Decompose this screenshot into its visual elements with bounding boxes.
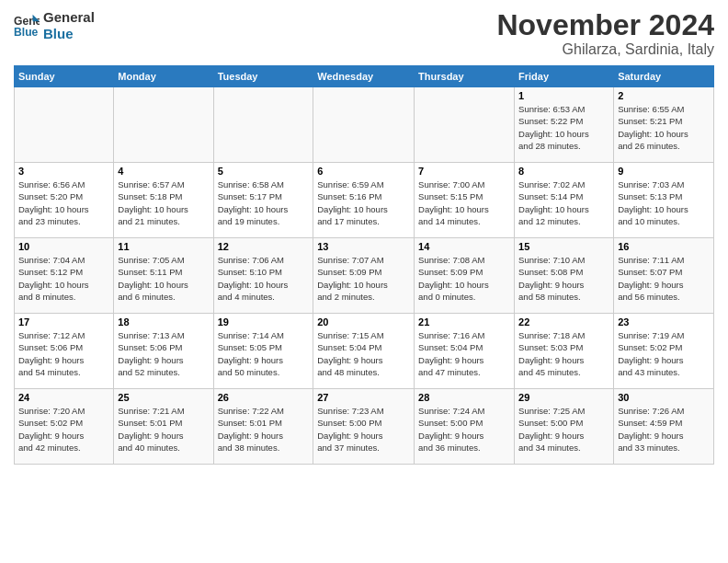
cell-r1-c1: 4Sunrise: 6:57 AM Sunset: 5:18 PM Daylig… — [114, 163, 213, 238]
day-number: 14 — [418, 241, 510, 252]
day-info: Sunrise: 6:53 AM Sunset: 5:22 PM Dayligh… — [518, 103, 609, 152]
day-number: 4 — [118, 166, 209, 177]
day-number: 15 — [518, 241, 609, 252]
location: Ghilarza, Sardinia, Italy — [496, 41, 714, 58]
day-info: Sunrise: 7:21 AM Sunset: 5:01 PM Dayligh… — [118, 405, 209, 454]
cell-r3-c4: 21Sunrise: 7:16 AM Sunset: 5:04 PM Dayli… — [415, 314, 515, 389]
day-number: 13 — [317, 241, 410, 252]
day-info: Sunrise: 6:59 AM Sunset: 5:16 PM Dayligh… — [317, 178, 410, 227]
day-number: 18 — [118, 316, 209, 327]
day-number: 2 — [618, 90, 710, 101]
cell-r3-c2: 19Sunrise: 7:14 AM Sunset: 5:05 PM Dayli… — [213, 314, 313, 389]
day-info: Sunrise: 7:25 AM Sunset: 5:00 PM Dayligh… — [518, 405, 609, 454]
day-info: Sunrise: 7:11 AM Sunset: 5:07 PM Dayligh… — [618, 254, 710, 303]
day-info: Sunrise: 7:07 AM Sunset: 5:09 PM Dayligh… — [317, 254, 410, 303]
calendar-row-1: 3Sunrise: 6:56 AM Sunset: 5:20 PM Daylig… — [15, 163, 714, 238]
cell-r0-c2 — [213, 87, 313, 163]
day-info: Sunrise: 7:05 AM Sunset: 5:11 PM Dayligh… — [118, 254, 209, 303]
cell-r1-c5: 8Sunrise: 7:02 AM Sunset: 5:14 PM Daylig… — [515, 163, 614, 238]
cell-r0-c3 — [313, 87, 415, 163]
cell-r0-c1 — [114, 87, 213, 163]
cell-r4-c1: 25Sunrise: 7:21 AM Sunset: 5:01 PM Dayli… — [114, 389, 213, 465]
cell-r4-c5: 29Sunrise: 7:25 AM Sunset: 5:00 PM Dayli… — [515, 389, 614, 465]
cell-r2-c6: 16Sunrise: 7:11 AM Sunset: 5:07 PM Dayli… — [614, 238, 714, 314]
page: General Blue General Blue November 2024 … — [0, 0, 728, 563]
calendar-row-4: 24Sunrise: 7:20 AM Sunset: 5:02 PM Dayli… — [15, 389, 714, 465]
cell-r2-c4: 14Sunrise: 7:08 AM Sunset: 5:09 PM Dayli… — [415, 238, 515, 314]
day-info: Sunrise: 7:10 AM Sunset: 5:08 PM Dayligh… — [518, 254, 609, 303]
cell-r3-c5: 22Sunrise: 7:18 AM Sunset: 5:03 PM Dayli… — [515, 314, 614, 389]
day-number: 28 — [418, 392, 510, 403]
cell-r1-c6: 9Sunrise: 7:03 AM Sunset: 5:13 PM Daylig… — [614, 163, 714, 238]
month-title: November 2024 — [496, 9, 714, 41]
day-info: Sunrise: 6:57 AM Sunset: 5:18 PM Dayligh… — [118, 178, 209, 227]
cell-r4-c0: 24Sunrise: 7:20 AM Sunset: 5:02 PM Dayli… — [15, 389, 114, 465]
cell-r1-c0: 3Sunrise: 6:56 AM Sunset: 5:20 PM Daylig… — [15, 163, 114, 238]
day-number: 11 — [118, 241, 209, 252]
cell-r4-c4: 28Sunrise: 7:24 AM Sunset: 5:00 PM Dayli… — [415, 389, 515, 465]
cell-r3-c3: 20Sunrise: 7:15 AM Sunset: 5:04 PM Dayli… — [313, 314, 415, 389]
cell-r2-c3: 13Sunrise: 7:07 AM Sunset: 5:09 PM Dayli… — [313, 238, 415, 314]
day-number: 17 — [18, 316, 109, 327]
col-tuesday: Tuesday — [213, 66, 313, 87]
col-thursday: Thursday — [415, 66, 515, 87]
cell-r1-c4: 7Sunrise: 7:00 AM Sunset: 5:15 PM Daylig… — [415, 163, 515, 238]
day-number: 19 — [218, 316, 310, 327]
day-info: Sunrise: 7:22 AM Sunset: 5:01 PM Dayligh… — [218, 405, 310, 454]
cell-r2-c2: 12Sunrise: 7:06 AM Sunset: 5:10 PM Dayli… — [213, 238, 313, 314]
cell-r0-c0 — [15, 87, 114, 163]
col-sunday: Sunday — [15, 66, 114, 87]
calendar-row-3: 17Sunrise: 7:12 AM Sunset: 5:06 PM Dayli… — [15, 314, 714, 389]
calendar-row-2: 10Sunrise: 7:04 AM Sunset: 5:12 PM Dayli… — [15, 238, 714, 314]
day-info: Sunrise: 7:02 AM Sunset: 5:14 PM Dayligh… — [518, 178, 609, 227]
day-number: 10 — [18, 241, 109, 252]
day-info: Sunrise: 6:56 AM Sunset: 5:20 PM Dayligh… — [18, 178, 109, 227]
svg-text:Blue: Blue — [14, 26, 39, 39]
day-number: 23 — [618, 316, 710, 327]
day-info: Sunrise: 7:03 AM Sunset: 5:13 PM Dayligh… — [618, 178, 710, 227]
day-number: 20 — [317, 316, 410, 327]
calendar-row-0: 1Sunrise: 6:53 AM Sunset: 5:22 PM Daylig… — [15, 87, 714, 163]
calendar-body: 1Sunrise: 6:53 AM Sunset: 5:22 PM Daylig… — [15, 87, 714, 465]
day-number: 21 — [418, 316, 510, 327]
day-info: Sunrise: 7:19 AM Sunset: 5:02 PM Dayligh… — [618, 329, 710, 378]
logo: General Blue General Blue — [14, 9, 95, 42]
col-monday: Monday — [114, 66, 213, 87]
col-wednesday: Wednesday — [313, 66, 415, 87]
cell-r0-c4 — [415, 87, 515, 163]
day-info: Sunrise: 7:12 AM Sunset: 5:06 PM Dayligh… — [18, 329, 109, 378]
cell-r2-c0: 10Sunrise: 7:04 AM Sunset: 5:12 PM Dayli… — [15, 238, 114, 314]
cell-r2-c1: 11Sunrise: 7:05 AM Sunset: 5:11 PM Dayli… — [114, 238, 213, 314]
day-number: 8 — [518, 166, 609, 177]
cell-r3-c0: 17Sunrise: 7:12 AM Sunset: 5:06 PM Dayli… — [15, 314, 114, 389]
day-info: Sunrise: 7:23 AM Sunset: 5:00 PM Dayligh… — [317, 405, 410, 454]
header-row: Sunday Monday Tuesday Wednesday Thursday… — [15, 66, 714, 87]
day-info: Sunrise: 7:20 AM Sunset: 5:02 PM Dayligh… — [18, 405, 109, 454]
day-number: 16 — [618, 241, 710, 252]
cell-r3-c6: 23Sunrise: 7:19 AM Sunset: 5:02 PM Dayli… — [614, 314, 714, 389]
day-info: Sunrise: 6:58 AM Sunset: 5:17 PM Dayligh… — [218, 178, 310, 227]
logo-icon: General Blue — [14, 13, 40, 39]
calendar-table: Sunday Monday Tuesday Wednesday Thursday… — [14, 65, 714, 465]
day-number: 30 — [618, 392, 710, 403]
day-number: 9 — [618, 166, 710, 177]
day-info: Sunrise: 7:24 AM Sunset: 5:00 PM Dayligh… — [418, 405, 510, 454]
day-number: 5 — [218, 166, 310, 177]
day-info: Sunrise: 7:14 AM Sunset: 5:05 PM Dayligh… — [218, 329, 310, 378]
day-info: Sunrise: 7:04 AM Sunset: 5:12 PM Dayligh… — [18, 254, 109, 303]
day-number: 22 — [518, 316, 609, 327]
logo-line2: Blue — [43, 26, 95, 42]
day-info: Sunrise: 7:06 AM Sunset: 5:10 PM Dayligh… — [218, 254, 310, 303]
logo-line1: General — [43, 9, 95, 26]
day-info: Sunrise: 7:00 AM Sunset: 5:15 PM Dayligh… — [418, 178, 510, 227]
cell-r0-c6: 2Sunrise: 6:55 AM Sunset: 5:21 PM Daylig… — [614, 87, 714, 163]
day-number: 1 — [518, 90, 609, 101]
cell-r0-c5: 1Sunrise: 6:53 AM Sunset: 5:22 PM Daylig… — [515, 87, 614, 163]
day-info: Sunrise: 7:13 AM Sunset: 5:06 PM Dayligh… — [118, 329, 209, 378]
day-number: 6 — [317, 166, 410, 177]
day-number: 26 — [218, 392, 310, 403]
cell-r1-c2: 5Sunrise: 6:58 AM Sunset: 5:17 PM Daylig… — [213, 163, 313, 238]
col-friday: Friday — [515, 66, 614, 87]
day-number: 29 — [518, 392, 609, 403]
cell-r4-c2: 26Sunrise: 7:22 AM Sunset: 5:01 PM Dayli… — [213, 389, 313, 465]
